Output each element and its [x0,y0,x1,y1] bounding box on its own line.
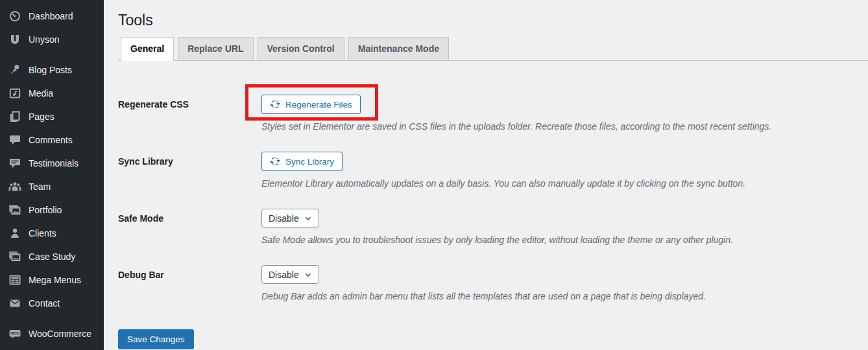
sidebar-item-contact[interactable]: Contact [0,292,104,315]
page-title: Tools [118,10,855,30]
sidebar-item-products[interactable]: Products [0,345,104,350]
sidebar-item-label: Comments [29,134,73,146]
sidebar-item-team[interactable]: Team [0,175,104,198]
sync-icon [270,99,280,110]
svg-text:WOO: WOO [10,331,19,335]
button-label: Regenerate Files [285,100,352,110]
pages-icon [8,110,21,123]
sidebar-item-mega-menus[interactable]: Mega Menus [0,268,104,292]
sidebar-item-label: Unyson [29,34,59,45]
chevron-down-icon [304,215,312,222]
sidebar-item-label: Portfolio [29,204,62,216]
team-icon [8,180,21,193]
main-content: Tools General Replace URL Version Contro… [104,0,868,350]
woocommerce-icon: WOO [8,327,21,340]
form-row-sync-library: Sync Library Sync Library Elementor Libr… [118,152,855,189]
tools-tabs: General Replace URL Version Control Main… [118,37,868,61]
chevron-down-icon [304,271,312,279]
sidebar-item-label: Contact [29,298,60,309]
field-description-debug-bar: Debug Bar adds an admin bar menu that li… [261,290,706,302]
case-study-icon [8,250,21,263]
mega-menus-icon [8,274,21,286]
field-label-debug-bar: Debug Bar [118,265,261,302]
sidebar-item-label: Clients [29,228,56,239]
sidebar-item-comments[interactable]: Comments [0,128,104,152]
field-description-sync-library: Elementor Library automatically updates … [261,178,745,189]
tab-replace-url[interactable]: Replace URL [178,37,253,60]
select-value: Disable [269,213,299,224]
sidebar-item-label: Media [29,88,53,99]
field-area-safe-mode: Disable Safe Mode allows you to troubles… [261,209,733,246]
sidebar-item-label: WooCommerce [29,328,91,340]
field-description-regenerate-css: Styles set in Elementor are saved in CSS… [261,121,771,132]
sidebar-item-pages[interactable]: Pages [0,105,104,128]
comments-icon [8,134,21,146]
media-icon [8,87,21,100]
sidebar-item-case-study[interactable]: Case Study [0,245,104,268]
sidebar-item-label: Blog Posts [29,64,72,76]
field-area-regenerate-css: Regenerate Files Styles set in Elementor… [261,84,771,132]
field-label-sync-library: Sync Library [118,152,261,189]
sidebar-item-woocommerce[interactable]: WOO WooCommerce [0,322,104,345]
portfolio-icon [8,204,21,216]
sidebar-item-blog-posts[interactable]: Blog Posts [0,58,104,82]
admin-sidebar: Dashboard Unyson Blog Posts Media Pages … [0,0,104,350]
sidebar-item-media[interactable]: Media [0,82,104,105]
sidebar-item-dashboard[interactable]: Dashboard [0,5,104,28]
sidebar-item-label: Case Study [29,251,75,262]
contact-icon [8,297,21,310]
sidebar-item-label: Mega Menus [29,274,81,286]
sidebar-item-portfolio[interactable]: Portfolio [0,198,104,222]
sync-library-button[interactable]: Sync Library [261,152,343,171]
testimonials-icon [8,157,21,170]
debug-bar-select[interactable]: Disable [261,265,319,284]
regenerate-files-button[interactable]: Regenerate Files [261,95,361,114]
form-row-debug-bar: Debug Bar Disable Debug Bar adds an admi… [118,265,855,302]
clients-icon [8,227,21,240]
field-label-safe-mode: Safe Mode [118,209,261,246]
sidebar-item-testimonials[interactable]: Testimonials [0,152,104,175]
field-area-debug-bar: Disable Debug Bar adds an admin bar menu… [261,265,706,302]
sync-icon [270,156,280,167]
unyson-icon [8,33,21,46]
tab-maintenance-mode[interactable]: Maintenance Mode [348,37,449,60]
select-value: Disable [269,270,299,280]
field-description-safe-mode: Safe Mode allows you to troubleshoot iss… [261,234,733,246]
dashboard-icon [8,10,21,23]
sidebar-separator [0,51,104,58]
sidebar-item-label: Pages [29,111,54,122]
sidebar-item-label: Dashboard [29,10,73,22]
form-row-regenerate-css: Regenerate CSS Regenerate Files Styles s… [118,84,855,132]
sidebar-item-label: Team [29,181,51,192]
save-changes-button[interactable]: Save Changes [118,329,194,349]
tab-general[interactable]: General [121,37,174,61]
sidebar-item-clients[interactable]: Clients [0,222,104,245]
tab-version-control[interactable]: Version Control [258,37,344,60]
sidebar-separator [0,315,104,322]
sidebar-item-label: Testimonials [29,158,78,169]
pin-icon [8,64,21,76]
form-row-safe-mode: Safe Mode Disable Safe Mode allows you t… [118,209,855,246]
sidebar-item-unyson[interactable]: Unyson [0,28,104,51]
field-area-sync-library: Sync Library Elementor Library automatic… [261,152,745,189]
safe-mode-select[interactable]: Disable [261,209,319,228]
button-label: Sync Library [285,157,334,167]
field-label-regenerate-css: Regenerate CSS [118,84,261,132]
